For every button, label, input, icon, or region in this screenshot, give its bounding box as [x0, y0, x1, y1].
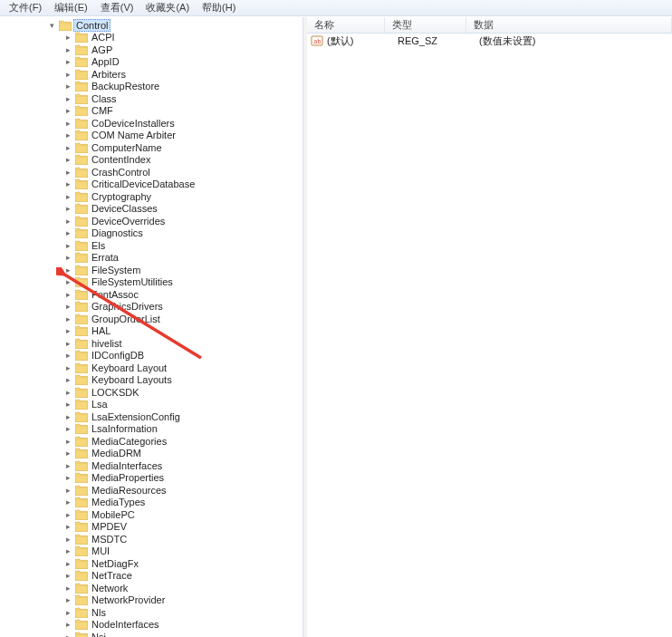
expand-icon[interactable]: ▸: [63, 204, 73, 214]
expand-icon[interactable]: ▸: [63, 424, 73, 434]
tree-item[interactable]: ▸CriticalDeviceDatabase: [0, 179, 302, 191]
tree-item[interactable]: ▸CrashControl: [0, 166, 302, 179]
expand-icon[interactable]: ▸: [63, 351, 73, 361]
expand-icon[interactable]: ▸: [63, 607, 73, 617]
tree-item[interactable]: ▸MediaCategories: [0, 435, 302, 448]
tree-item[interactable]: ▸MSDTC: [0, 533, 302, 545]
tree-item[interactable]: ▸NodeInterfaces: [0, 619, 302, 632]
expand-icon[interactable]: ▸: [63, 93, 73, 103]
tree-item[interactable]: ▸GraphicsDrivers: [0, 301, 302, 314]
tree-item[interactable]: ▸COM Name Arbiter: [0, 130, 302, 142]
expand-icon[interactable]: ▸: [63, 82, 73, 92]
expand-icon[interactable]: ▸: [63, 69, 73, 79]
expand-icon[interactable]: ▸: [63, 167, 73, 177]
expand-icon[interactable]: ▸: [63, 302, 73, 312]
tree-root-control[interactable]: ▾Control: [0, 19, 302, 32]
tree-item[interactable]: ▸MediaResources: [0, 484, 302, 497]
tree-item[interactable]: ▸MediaProperties: [0, 472, 302, 485]
tree-item[interactable]: ▸MediaTypes: [0, 497, 302, 509]
expand-icon[interactable]: ▸: [63, 571, 73, 581]
tree-item[interactable]: ▸FileSystemUtilities: [0, 276, 302, 289]
expand-icon[interactable]: ▸: [63, 118, 73, 128]
expand-icon[interactable]: ▸: [63, 289, 73, 299]
menu-favorites[interactable]: 收藏夹(A): [140, 0, 195, 15]
tree-item[interactable]: ▸AppID: [0, 56, 302, 69]
column-header-type[interactable]: 类型: [385, 17, 466, 33]
tree-item[interactable]: ▸AGP: [0, 43, 302, 56]
tree-item[interactable]: ▸IDConfigDB: [0, 350, 302, 362]
tree-item[interactable]: ▸DeviceClasses: [0, 203, 302, 216]
tree-item[interactable]: ▸ComputerName: [0, 141, 302, 154]
tree-item[interactable]: ▸GroupOrderList: [0, 313, 302, 325]
expand-icon[interactable]: ▸: [63, 595, 73, 605]
menu-help[interactable]: 帮助(H): [197, 0, 241, 15]
tree-item[interactable]: ▸CoDeviceInstallers: [0, 117, 302, 130]
tree-item[interactable]: ▸DeviceOverrides: [0, 215, 302, 227]
menu-view[interactable]: 查看(V): [95, 0, 139, 15]
tree-item[interactable]: ▸FileSystem: [0, 264, 302, 276]
tree-item[interactable]: ▸FontAssoc: [0, 288, 302, 301]
tree-item[interactable]: ▸MUI: [0, 545, 302, 558]
tree-item[interactable]: ▸NetTrace: [0, 570, 302, 583]
expand-icon[interactable]: ▸: [63, 497, 73, 507]
tree-item[interactable]: ▸Errata: [0, 252, 302, 265]
tree-item[interactable]: ▸HAL: [0, 325, 302, 338]
list-row[interactable]: ab (默认) REG_SZ (数值未设置): [307, 34, 672, 48]
expand-icon[interactable]: ▸: [63, 57, 73, 67]
expand-icon[interactable]: ▸: [63, 142, 73, 152]
expand-icon[interactable]: ▸: [63, 546, 73, 556]
expand-icon[interactable]: ▸: [63, 191, 73, 201]
menu-edit[interactable]: 编辑(E): [49, 0, 93, 15]
tree-item[interactable]: ▸MobilePC: [0, 508, 302, 521]
tree-item[interactable]: ▸Cryptography: [0, 190, 302, 203]
expand-icon[interactable]: ▸: [63, 449, 73, 458]
expand-icon[interactable]: ▸: [63, 460, 73, 470]
tree-item[interactable]: ▸LOCKSDK: [0, 386, 302, 399]
tree-item[interactable]: ▸CMF: [0, 105, 302, 118]
tree-item[interactable]: ▸Arbiters: [0, 68, 302, 81]
expand-icon[interactable]: ▸: [63, 620, 73, 630]
tree-item[interactable]: ▸MediaInterfaces: [0, 459, 302, 472]
expand-icon[interactable]: ▸: [63, 387, 73, 397]
column-header-name[interactable]: 名称: [307, 17, 385, 33]
expand-icon[interactable]: ▸: [63, 522, 73, 532]
expand-icon[interactable]: ▸: [63, 400, 73, 410]
expand-icon[interactable]: ▸: [63, 558, 73, 568]
tree-item[interactable]: ▸NetDiagFx: [0, 557, 302, 570]
tree-item[interactable]: ▸LsaExtensionConfig: [0, 410, 302, 423]
expand-icon[interactable]: ▸: [63, 265, 73, 275]
expand-icon[interactable]: ▸: [63, 473, 73, 483]
tree-item[interactable]: ▸LsaInformation: [0, 423, 302, 436]
tree-item[interactable]: ▸Lsa: [0, 399, 302, 411]
expand-icon[interactable]: ▸: [63, 485, 73, 495]
tree-item[interactable]: ▸Class: [0, 92, 302, 105]
expand-icon[interactable]: ▸: [63, 338, 73, 348]
tree-item[interactable]: ▸Diagnostics: [0, 227, 302, 240]
tree-item[interactable]: ▸Els: [0, 239, 302, 252]
expand-icon[interactable]: ▸: [63, 240, 73, 250]
expand-icon[interactable]: ▸: [63, 106, 73, 116]
tree-scroll[interactable]: ▾Control▸ACPI▸AGP▸AppID▸Arbiters▸BackupR…: [0, 17, 302, 637]
expand-icon[interactable]: ▸: [63, 155, 73, 165]
column-header-data[interactable]: 数据: [466, 17, 672, 33]
expand-icon[interactable]: ▸: [63, 228, 73, 238]
expand-icon[interactable]: ▸: [63, 509, 73, 519]
menu-file[interactable]: 文件(F): [4, 0, 47, 15]
expand-icon[interactable]: ▸: [63, 632, 73, 637]
tree-item[interactable]: ▸Keyboard Layout: [0, 362, 302, 374]
expand-icon[interactable]: ▸: [63, 253, 73, 263]
tree-item[interactable]: ▸MediaDRM: [0, 448, 302, 460]
expand-icon[interactable]: ▸: [63, 44, 73, 54]
tree-item[interactable]: ▸Keyboard Layouts: [0, 374, 302, 387]
tree-item[interactable]: ▸Nsi: [0, 631, 302, 637]
expand-icon[interactable]: ▸: [63, 130, 73, 140]
expand-icon[interactable]: ▸: [63, 314, 73, 323]
expand-icon[interactable]: ▸: [63, 216, 73, 226]
expand-icon[interactable]: ▸: [63, 326, 73, 336]
expand-icon[interactable]: ▸: [63, 362, 73, 372]
expand-icon[interactable]: ▸: [63, 179, 73, 189]
tree-item[interactable]: ▸NetworkProvider: [0, 594, 302, 607]
tree-item[interactable]: ▸Network: [0, 582, 302, 594]
collapse-icon[interactable]: ▾: [47, 20, 57, 30]
tree-item[interactable]: ▸BackupRestore: [0, 81, 302, 93]
